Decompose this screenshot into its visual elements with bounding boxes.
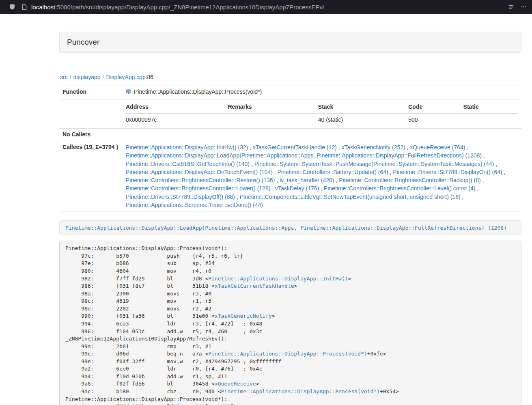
url-bar[interactable]: localhost:5000/path/src/displayapp/Displ… [31,4,508,11]
callee-link[interactable]: xTaskGetCurrentTaskHandle (12) [253,144,337,151]
callee-link[interactable]: lv_task_handler (420) [280,177,334,183]
metrics-table: Address Remarks Stack Code Static 0x0000… [126,101,518,126]
stack-value: 40 (static) [318,114,408,126]
column-header-stack: Stack [318,101,408,114]
column-header-static: Static [463,101,518,114]
disassembly: Pinetime::Applications::DisplayApp::Proc… [59,241,521,405]
callee-link[interactable]: Pinetime::Controllers::BrightnessControl… [126,177,275,183]
browser-chrome: localhost:5000/path/src/displayapp/Displ… [0,0,532,14]
page-content: Puncover src/displayapp/DisplayApp.cpp:8… [59,32,521,405]
function-row-label: Function [59,86,123,99]
callee-link[interactable]: Pinetime::Drivers::St7789::DisplayOn() (… [393,169,502,175]
metrics-values-row: 0x0000097c 40 (static) 500 [126,114,518,126]
callees-label: Callees (19, Σ=3704 ) [59,141,123,211]
code-symbol-link[interactable]: xTaskGetCurrentTaskHandle [215,283,294,289]
code-symbol-link[interactable]: Pinetime::Applications::DisplayApp::Init… [208,276,348,282]
callee-link[interactable]: Pinetime::Controllers::Battery::Update()… [278,169,388,175]
breadcrumb-link-file[interactable]: DisplayApp.cpp [106,74,145,80]
callee-link[interactable]: Pinetime::Controllers::BrightnessControl… [339,177,480,183]
callee-link[interactable]: Pinetime::Controllers::BrightnessControl… [126,185,270,192]
tracking-protection-shield-icon[interactable] [9,4,15,10]
function-detail-table: Function Pinetime::Applications::Display… [59,86,521,211]
callee-link[interactable]: Pinetime::System::SystemTask::PushMessag… [254,161,494,167]
breadcrumb-link-src[interactable]: src [60,74,68,80]
callees-row: Callees (19, Σ=3704 ) Pinetime::Applicat… [59,141,521,211]
callee-link[interactable]: Pinetime::Applications::Screens::Timer::… [126,202,263,208]
column-header-address: Address [126,101,228,114]
callee-link[interactable]: Pinetime::Controllers::BrightnessControl… [324,185,475,192]
highlighted-symbol-well: Pinetime::Applications::DisplayApp::Load… [59,220,521,235]
callee-link[interactable]: Pinetime::Drivers::Cst816S::GetTouchInfo… [126,161,250,167]
code-symbol-link[interactable]: xTaskGenericNotify [215,313,272,319]
column-header-remarks: Remarks [228,101,318,114]
code-symbol-link[interactable]: Pinetime::Applications::DisplayApp::Proc… [208,351,367,357]
function-row: Function Pinetime::Applications::Display… [59,86,521,99]
callee-link[interactable]: Pinetime::Drivers::St7789::DisplayOff() … [126,194,235,200]
callee-link[interactable]: Pinetime::Components::LittleVgl::SetNewT… [240,194,461,200]
page-title: Puncover [67,38,99,46]
breadcrumb-separator: / [70,74,71,80]
page-actions-menu-icon[interactable] [521,4,526,10]
metrics-row: Address Remarks Stack Code Static 0x0000… [59,99,521,128]
code-size-value: 500 [408,114,463,126]
cube-icon [126,88,131,97]
address-value: 0x0000097c [126,114,228,126]
callee-link[interactable]: Pinetime::Applications::DisplayApp::Load… [126,152,482,159]
page-info-icon[interactable] [22,4,27,10]
code-symbol-link[interactable]: xQueueReceive [215,381,256,387]
column-header-code: Code [408,101,463,114]
url-host: localhost [31,4,55,11]
app-header: Puncover [59,32,521,53]
breadcrumb-separator: / [103,74,104,80]
breadcrumb-link-displayapp[interactable]: displayapp [73,74,101,80]
url-path: :5000/path/src/displayapp/DisplayApp.cpp… [55,4,324,11]
breadcrumb: src/displayapp/DisplayApp.cpp:86 [60,74,521,80]
no-callers-label: No Callers [59,128,123,141]
callee-link[interactable]: xQueueReceive (764) [410,144,465,151]
highlighted-symbol-link[interactable]: Pinetime::Applications::DisplayApp::Load… [65,225,507,231]
callee-link[interactable]: xTaskGenericNotify (252) [341,144,405,151]
breadcrumb-line-number: :86 [146,74,153,80]
function-name-cell: Pinetime::Applications::DisplayApp::Proc… [123,86,521,99]
function-name: Pinetime::Applications::DisplayApp::Proc… [134,88,262,95]
callee-link[interactable]: Pinetime::Applications::DisplayApp::Init… [126,144,248,151]
code-symbol-link[interactable]: Pinetime::Applications::DisplayApp::Proc… [221,388,380,394]
reader-view-icon[interactable] [508,4,514,10]
divider [59,64,521,64]
no-callers-row: No Callers [59,128,521,141]
static-value [463,114,518,126]
remarks-value [228,114,318,126]
callees-cell: Pinetime::Applications::DisplayApp::Init… [123,141,521,211]
callee-link[interactable]: vTaskDelay (176) [275,185,319,192]
callee-link[interactable]: Pinetime::Applications::DisplayApp::OnTo… [126,169,273,175]
